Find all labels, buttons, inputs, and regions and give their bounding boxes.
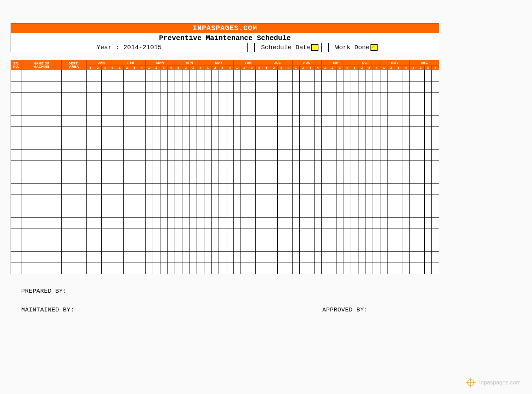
grid-cell[interactable] xyxy=(285,116,292,127)
grid-cell[interactable] xyxy=(11,206,22,218)
grid-cell[interactable] xyxy=(292,150,300,161)
grid-cell[interactable] xyxy=(109,93,116,104)
grid-cell[interactable] xyxy=(278,161,285,172)
grid-cell[interactable] xyxy=(241,195,248,206)
grid-cell[interactable] xyxy=(233,172,241,184)
grid-cell[interactable] xyxy=(146,229,153,240)
grid-cell[interactable] xyxy=(101,240,109,252)
grid-cell[interactable] xyxy=(322,150,329,161)
grid-cell[interactable] xyxy=(241,70,248,81)
grid-cell[interactable] xyxy=(278,206,285,218)
grid-cell[interactable] xyxy=(292,195,300,206)
grid-cell[interactable] xyxy=(123,70,131,81)
grid-cell[interactable] xyxy=(263,240,270,252)
grid-cell[interactable] xyxy=(255,184,263,195)
grid-cell[interactable] xyxy=(197,127,204,138)
grid-cell[interactable] xyxy=(300,195,307,206)
grid-cell[interactable] xyxy=(322,81,329,93)
grid-cell[interactable] xyxy=(101,104,109,116)
grid-cell[interactable] xyxy=(61,172,86,184)
grid-cell[interactable] xyxy=(197,150,204,161)
grid-cell[interactable] xyxy=(344,138,351,150)
grid-cell[interactable] xyxy=(366,195,373,206)
grid-cell[interactable] xyxy=(175,252,182,263)
grid-cell[interactable] xyxy=(61,70,86,81)
grid-cell[interactable] xyxy=(138,127,146,138)
grid-cell[interactable] xyxy=(351,195,358,206)
grid-cell[interactable] xyxy=(336,172,344,184)
grid-cell[interactable] xyxy=(11,150,22,161)
grid-cell[interactable] xyxy=(175,240,182,252)
grid-cell[interactable] xyxy=(131,93,138,104)
grid-cell[interactable] xyxy=(336,81,344,93)
grid-cell[interactable] xyxy=(153,70,160,81)
grid-cell[interactable] xyxy=(380,263,388,274)
grid-cell[interactable] xyxy=(116,172,124,184)
grid-cell[interactable] xyxy=(424,70,432,81)
grid-cell[interactable] xyxy=(87,70,94,81)
grid-cell[interactable] xyxy=(307,93,314,104)
grid-cell[interactable] xyxy=(189,206,197,218)
grid-cell[interactable] xyxy=(241,161,248,172)
grid-cell[interactable] xyxy=(285,240,292,252)
grid-cell[interactable] xyxy=(219,218,226,229)
grid-cell[interactable] xyxy=(336,218,344,229)
grid-cell[interactable] xyxy=(366,70,373,81)
grid-cell[interactable] xyxy=(366,218,373,229)
grid-cell[interactable] xyxy=(146,150,153,161)
grid-cell[interactable] xyxy=(255,240,263,252)
grid-cell[interactable] xyxy=(101,195,109,206)
grid-cell[interactable] xyxy=(168,70,175,81)
grid-cell[interactable] xyxy=(22,138,61,150)
grid-cell[interactable] xyxy=(432,206,439,218)
grid-cell[interactable] xyxy=(182,195,189,206)
grid-cell[interactable] xyxy=(432,104,439,116)
grid-cell[interactable] xyxy=(255,116,263,127)
grid-cell[interactable] xyxy=(160,172,168,184)
grid-cell[interactable] xyxy=(138,104,146,116)
grid-cell[interactable] xyxy=(373,252,380,263)
grid-cell[interactable] xyxy=(248,81,256,93)
grid-cell[interactable] xyxy=(182,70,189,81)
grid-cell[interactable] xyxy=(336,195,344,206)
grid-cell[interactable] xyxy=(270,195,278,206)
grid-cell[interactable] xyxy=(387,104,395,116)
grid-cell[interactable] xyxy=(314,263,322,274)
grid-cell[interactable] xyxy=(168,195,175,206)
grid-cell[interactable] xyxy=(307,195,314,206)
grid-cell[interactable] xyxy=(344,206,351,218)
grid-cell[interactable] xyxy=(387,138,395,150)
grid-cell[interactable] xyxy=(358,229,366,240)
grid-cell[interactable] xyxy=(226,93,234,104)
grid-cell[interactable] xyxy=(175,127,182,138)
grid-cell[interactable] xyxy=(300,240,307,252)
grid-cell[interactable] xyxy=(248,184,256,195)
grid-cell[interactable] xyxy=(395,229,402,240)
grid-cell[interactable] xyxy=(146,252,153,263)
grid-cell[interactable] xyxy=(101,161,109,172)
grid-cell[interactable] xyxy=(300,218,307,229)
grid-cell[interactable] xyxy=(432,263,439,274)
grid-cell[interactable] xyxy=(109,263,116,274)
grid-cell[interactable] xyxy=(123,206,131,218)
grid-cell[interactable] xyxy=(270,81,278,93)
grid-cell[interactable] xyxy=(219,116,226,127)
grid-cell[interactable] xyxy=(358,150,366,161)
grid-cell[interactable] xyxy=(380,240,388,252)
grid-cell[interactable] xyxy=(373,127,380,138)
grid-cell[interactable] xyxy=(22,161,61,172)
grid-cell[interactable] xyxy=(94,150,102,161)
grid-cell[interactable] xyxy=(22,93,61,104)
grid-cell[interactable] xyxy=(336,104,344,116)
grid-cell[interactable] xyxy=(410,81,417,93)
grid-cell[interactable] xyxy=(300,81,307,93)
grid-cell[interactable] xyxy=(402,104,410,116)
grid-cell[interactable] xyxy=(219,240,226,252)
grid-cell[interactable] xyxy=(395,218,402,229)
grid-cell[interactable] xyxy=(395,116,402,127)
grid-cell[interactable] xyxy=(387,127,395,138)
grid-cell[interactable] xyxy=(373,184,380,195)
grid-cell[interactable] xyxy=(248,138,256,150)
grid-cell[interactable] xyxy=(146,184,153,195)
grid-cell[interactable] xyxy=(329,127,336,138)
